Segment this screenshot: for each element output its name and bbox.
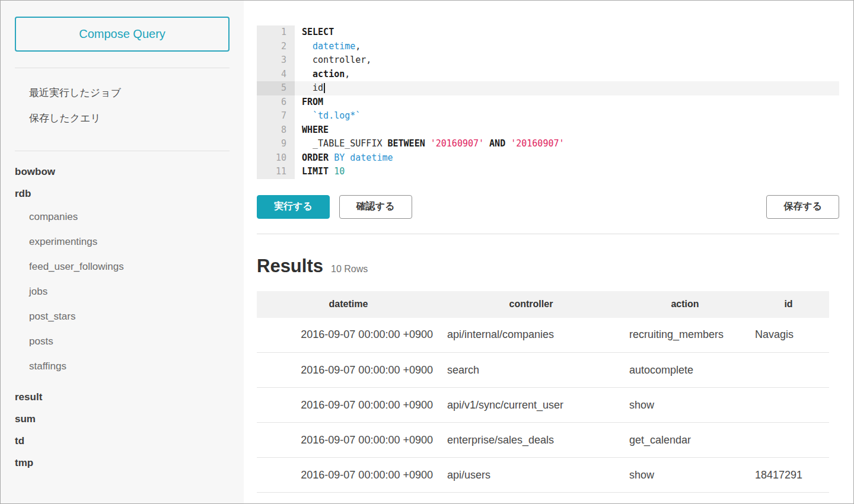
sidebar-item-saved-queries[interactable]: 保存したクエリ — [15, 106, 230, 131]
column-header-controller: controller — [440, 291, 622, 318]
table-cell-id — [748, 353, 829, 388]
table-row: 2016-09-07 00:00:00 +0900enterprise/sale… — [257, 423, 829, 458]
code-line-3: 3 controller, — [257, 53, 839, 68]
tree-table-posts[interactable]: posts — [15, 329, 230, 354]
table-cell-id: 18417291 — [748, 458, 829, 493]
code-text: FROM — [295, 95, 839, 110]
table-row: 2016-09-07 00:00:00 +0900api/internal/co… — [257, 318, 829, 353]
table-cell-datetime: 2016-09-07 00:00:00 +0900 — [257, 423, 440, 458]
code-text: action, — [295, 68, 839, 82]
sidebar-menu: 最近実行したジョブ 保存したクエリ — [15, 68, 230, 135]
table-cell-datetime: 2016-09-07 00:00:00 +0900 — [257, 458, 440, 493]
line-number: 3 — [257, 53, 295, 68]
code-text: id — [295, 81, 839, 95]
code-text: controller, — [295, 53, 839, 68]
results-divider — [257, 234, 839, 234]
column-header-datetime: datetime — [257, 291, 440, 318]
code-line-8: 8WHERE — [257, 123, 839, 138]
app-window: Compose Query 最近実行したジョブ 保存したクエリ bowbowrd… — [0, 0, 854, 504]
code-text: datetime, — [295, 40, 839, 54]
code-text: SELECT — [295, 25, 839, 40]
line-number: 6 — [257, 95, 295, 110]
code-text: _TABLE_SUFFIX BETWEEN '20160907' AND '20… — [295, 137, 839, 151]
results-header: Results 10 Rows — [257, 256, 839, 282]
code-text: WHERE — [295, 123, 839, 138]
table-cell-id — [748, 388, 829, 423]
column-header-id: id — [748, 291, 829, 318]
table-cell-id — [748, 423, 829, 458]
tree-table-companies[interactable]: companies — [15, 205, 230, 229]
tree-dataset-tmp[interactable]: tmp — [15, 452, 230, 474]
table-header-row: datetimecontrolleractionid — [257, 291, 829, 318]
code-line-9: 9 _TABLE_SUFFIX BETWEEN '20160907' AND '… — [257, 137, 839, 151]
table-cell-action: autocomplete — [622, 353, 748, 388]
tree-table-experimentings[interactable]: experimentings — [15, 229, 230, 254]
code-text: `td.log*` — [295, 109, 839, 123]
table-cell-controller: api/internal/companies — [440, 318, 622, 353]
save-query-button[interactable]: 保存する — [766, 195, 839, 219]
code-line-6: 6FROM — [257, 95, 839, 110]
table-cell-controller: search — [440, 353, 622, 388]
dataset-tree: bowbowrdbcompaniesexperimentingsfeed_use… — [15, 151, 230, 474]
table-cell-action: get_calendar — [622, 423, 748, 458]
compose-query-button[interactable]: Compose Query — [15, 17, 230, 52]
sidebar: Compose Query 最近実行したジョブ 保存したクエリ bowbowrd… — [1, 1, 244, 503]
tree-table-staffings[interactable]: staffings — [15, 354, 230, 379]
sidebar-item-recent-jobs[interactable]: 最近実行したジョブ — [15, 80, 230, 106]
code-line-10: 10ORDER BY datetime — [257, 151, 839, 165]
code-text: ORDER BY datetime — [295, 151, 839, 165]
code-line-7: 7 `td.log*` — [257, 109, 839, 123]
line-number: 1 — [257, 25, 295, 40]
tree-dataset-rdb[interactable]: rdb — [15, 183, 230, 205]
sql-editor[interactable]: 1SELECT2 datetime,3 controller,4 action,… — [257, 25, 839, 179]
tree-table-jobs[interactable]: jobs — [15, 279, 230, 304]
query-toolbar: 実行する 確認する 保存する — [257, 195, 839, 219]
text-cursor — [324, 83, 325, 93]
table-cell-controller: api/users — [440, 458, 622, 493]
tree-dataset-bowbow[interactable]: bowbow — [15, 161, 230, 183]
code-text: LIMIT 10 — [295, 165, 839, 179]
table-cell-controller: api/v1/sync/current_user — [440, 388, 622, 423]
results-row-count: 10 Rows — [331, 264, 368, 275]
code-line-4: 4 action, — [257, 68, 839, 82]
code-line-2: 2 datetime, — [257, 40, 839, 54]
table-cell-datetime: 2016-09-07 00:00:00 +0900 — [257, 353, 440, 388]
table-cell-datetime: 2016-09-07 00:00:00 +0900 — [257, 318, 440, 353]
code-line-1: 1SELECT — [257, 25, 839, 40]
line-number: 7 — [257, 109, 295, 123]
line-number: 10 — [257, 151, 295, 165]
table-cell-datetime: 2016-09-07 00:00:00 +0900 — [257, 388, 440, 423]
code-line-5: 5 id — [257, 81, 839, 95]
results-table: datetimecontrolleractionid 2016-09-07 00… — [257, 291, 829, 493]
tree-dataset-td[interactable]: td — [15, 430, 230, 452]
run-query-button[interactable]: 実行する — [257, 195, 330, 219]
main-panel: 1SELECT2 datetime,3 controller,4 action,… — [244, 1, 853, 503]
table-cell-action: show — [622, 388, 748, 423]
table-row: 2016-09-07 00:00:00 +0900searchautocompl… — [257, 353, 829, 388]
table-cell-id: Navagis — [748, 318, 829, 353]
line-number: 11 — [257, 165, 295, 179]
column-header-action: action — [622, 291, 748, 318]
table-cell-controller: enterprise/sales_deals — [440, 423, 622, 458]
table-cell-action: recruiting_members — [622, 318, 748, 353]
table-cell-action: show — [622, 458, 748, 493]
check-query-button[interactable]: 確認する — [339, 195, 412, 219]
tree-dataset-sum[interactable]: sum — [15, 408, 230, 430]
line-number: 4 — [257, 68, 295, 82]
code-line-11: 11LIMIT 10 — [257, 165, 839, 179]
line-number: 5 — [257, 81, 295, 95]
line-number: 9 — [257, 137, 295, 151]
tree-table-post_stars[interactable]: post_stars — [15, 304, 230, 329]
line-number: 2 — [257, 40, 295, 54]
table-row: 2016-09-07 00:00:00 +0900api/v1/sync/cur… — [257, 388, 829, 423]
tree-table-feed_user_followings[interactable]: feed_user_followings — [15, 254, 230, 279]
results-title: Results — [257, 256, 323, 277]
table-row: 2016-09-07 00:00:00 +0900api/usersshow18… — [257, 458, 829, 493]
tree-dataset-result[interactable]: result — [15, 386, 230, 408]
line-number: 8 — [257, 123, 295, 138]
